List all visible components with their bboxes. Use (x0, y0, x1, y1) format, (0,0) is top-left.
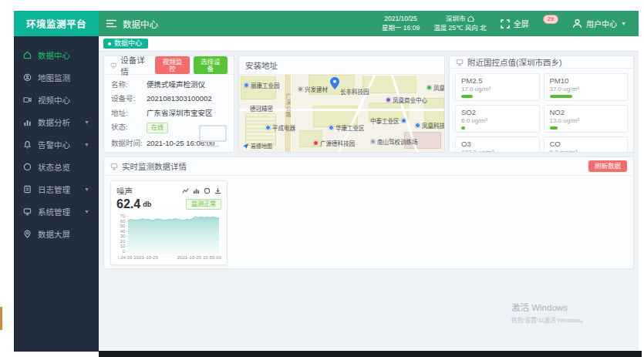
user-center-menu[interactable]: 用户中心 ▼ (572, 18, 626, 29)
fullscreen-icon (501, 19, 510, 29)
breadcrumb: 数据中心 (123, 18, 158, 30)
noise-value: 62.4 (116, 197, 140, 211)
select-device-button[interactable]: 选择设备 (194, 56, 228, 74)
purple-poi-icon (386, 97, 391, 103)
chevron-down-icon: ▼ (84, 209, 89, 214)
no2-level-bar (550, 126, 558, 130)
sidebar-item-alert-center[interactable]: 告警中心 ▼ (14, 133, 99, 156)
red-poi-icon (313, 140, 319, 146)
sidebar-item-system-management[interactable]: 系统管理 ▼ (14, 200, 99, 223)
brand-logo: 环境监测平台 (14, 11, 99, 36)
status-circle-icon (23, 163, 32, 171)
realtime-panel-icon (110, 163, 118, 170)
blue-poi-icon (401, 118, 406, 123)
bell-icon (23, 140, 32, 149)
device-panel-icon (110, 62, 116, 69)
gray-poi-icon (370, 139, 376, 144)
refresh-icon[interactable] (204, 187, 211, 194)
noise-chart-svg (128, 214, 219, 254)
air-tile-co: CO 0.7 mg/m³ (544, 136, 629, 153)
blue-poi-icon (244, 83, 249, 88)
sidebar-item-video-center[interactable]: 视频中心 (14, 89, 99, 111)
pm25-level-bar (461, 95, 473, 98)
device-name-row: 名称:便携式噪声检测仪 (111, 80, 227, 89)
home-icon (23, 51, 32, 59)
noise-chart-yticks: 706050403020100 (116, 214, 128, 254)
install-address-panel: 安装地址 (238, 56, 445, 153)
map-panel-title: 安装地址 (245, 59, 278, 71)
pm10-level-bar (550, 95, 573, 98)
chevron-down-icon: ▼ (621, 21, 626, 26)
video-monitor-button[interactable]: 视频监控 (155, 56, 189, 74)
datetime-display: 2021/10/25 星期一 16:09 (382, 15, 420, 32)
bar-chart-icon[interactable] (193, 187, 200, 194)
device-location-pin-icon[interactable] (330, 77, 339, 89)
top-header: 环境监测平台 数据中心 2021/10/25 星期一 16:09 深圳市 温度 … (14, 11, 639, 36)
map-canvas[interactable]: 广深公路 丽康工业园 兴发建材 长丰科技园 凤凰商业中心 凤凰 德冠精密 平成电… (239, 75, 444, 152)
air-panel-icon (456, 59, 464, 66)
monitor-icon (23, 207, 32, 216)
location-pin-icon (23, 230, 32, 238)
tab-data-center[interactable]: 数据中心 (103, 39, 148, 49)
sidebar-item-log-management[interactable]: 日志管理 ▼ (14, 178, 99, 200)
sidebar-nav: 数据中心 地图监测 视频中心 数据分析 ▼ 告警中心 ▼ 状态总览 日志管理 ▼ (14, 36, 99, 352)
device-monitor-illustration (198, 124, 228, 147)
road-name-label: 广深公路 (284, 93, 292, 118)
air-tile-pm25: PM2.5 17.0 ug/m³ (455, 73, 540, 101)
green-poi-icon (427, 85, 432, 90)
air-tile-no2: NO2 13.0 ug/m³ (544, 105, 629, 133)
taskbar-strip (99, 351, 642, 357)
monitoring-ok-badge: 监测正常 (186, 199, 221, 210)
chevron-down-icon: ▼ (84, 187, 89, 192)
weather-icon (467, 15, 474, 22)
sidebar-item-data-analysis[interactable]: 数据分析 ▼ (14, 111, 99, 133)
document-icon (23, 185, 32, 194)
air-panel-title: 附近国控点值(深圳市西乡) (467, 56, 562, 68)
blue-poi-icon (415, 123, 420, 128)
line-chart-icon[interactable] (182, 187, 189, 194)
amap-logo: 高德地图 (242, 142, 272, 150)
chevron-down-icon: ▼ (84, 120, 89, 125)
so2-level-bar (461, 126, 465, 130)
air-tile-so2: SO2 6.0 ug/m³ (455, 105, 540, 133)
download-icon[interactable] (214, 187, 221, 194)
realtime-panel-title: 实时监测数据详情 (122, 160, 187, 172)
air-tile-o3: O3 122.0 ug/m³ (455, 136, 540, 153)
noise-unit: db (143, 200, 151, 208)
tab-bar: 数据中心 (99, 36, 639, 52)
notification-badge[interactable]: 29 (543, 15, 558, 24)
fullscreen-button[interactable]: 全屏 (501, 18, 529, 29)
blue-poi-icon (265, 125, 271, 130)
sidebar-item-status-overview[interactable]: 状态总览 (14, 156, 99, 178)
air-quality-panel: 附近国控点值(深圳市西乡) PM2.5 17.0 ug/m³ PM10 37.0… (449, 56, 634, 153)
amap-arrow-icon (242, 143, 249, 150)
sidebar-item-map-monitor[interactable]: 地图监测 (14, 66, 99, 89)
device-sn-row: 设备号:2021081303100002 (111, 94, 227, 103)
screen-edge-accent (0, 307, 2, 330)
online-status-badge: 在线 (147, 123, 168, 133)
chevron-down-icon: ▼ (84, 142, 89, 147)
refresh-data-button[interactable]: 刷新数据 (588, 160, 627, 172)
bar-chart-icon (23, 118, 32, 126)
sidebar-item-data-bigscreen[interactable]: 数据大屏 (14, 223, 99, 245)
sidebar-item-data-center[interactable]: 数据中心 (14, 44, 99, 66)
device-addr-row: 地址:广东省深圳市宝安区 (111, 109, 227, 117)
noise-card-title: 噪声 (116, 185, 182, 197)
gray-poi-icon (298, 86, 303, 92)
weather-display: 深圳市 温度 25℃ 风向 北 (433, 15, 487, 32)
active-dot-icon (108, 42, 111, 45)
noise-metric-card: 噪声 62.4 db 监测正常 706050 (110, 180, 228, 265)
noise-chart-xlabels: 2021-10-25 15:24:00 2021-10-25 15:55:00 (118, 254, 221, 260)
realtime-data-panel: 实时监测数据详情 刷新数据 噪声 6 (103, 157, 634, 269)
menu-collapse-icon[interactable] (106, 17, 116, 31)
user-icon (572, 19, 582, 29)
video-camera-icon (23, 96, 32, 104)
device-detail-panel: 设备详情 视频监控 选择设备 名称:便携式噪声检测仪 设备号:202108130… (103, 56, 234, 153)
device-panel-title: 设备详情 (120, 56, 147, 77)
air-tile-pm10: PM10 37.0 ug/m³ (544, 73, 629, 101)
blue-poi-icon (329, 125, 334, 130)
windows-activation-watermark: 激活 Windows 转到“设置”以激活 Windows。 (511, 301, 587, 324)
map-pin-icon (23, 73, 32, 82)
